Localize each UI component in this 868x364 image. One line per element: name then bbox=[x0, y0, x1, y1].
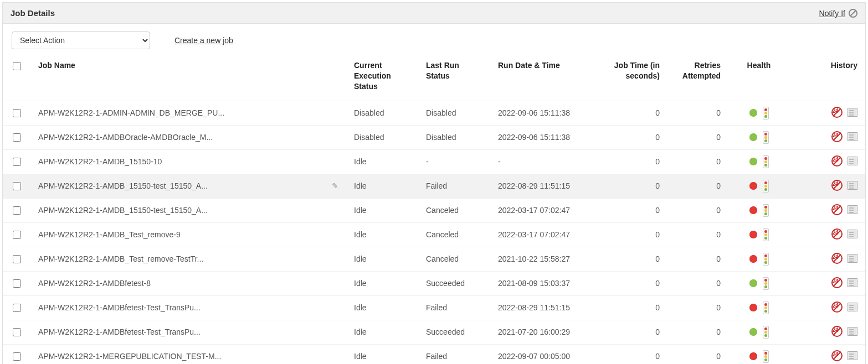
history-24h-icon[interactable]: 24 bbox=[832, 253, 843, 263]
col-retries[interactable]: Retries Attempted bbox=[667, 55, 728, 101]
col-job-time[interactable]: Job Time (in seconds) bbox=[601, 55, 667, 101]
row-checkbox[interactable] bbox=[13, 352, 21, 361]
table-row[interactable]: APM-W2K12R2-1-AMDB_Test_remove-TestTr...… bbox=[3, 247, 865, 271]
history-log-icon[interactable] bbox=[848, 108, 857, 117]
retries: 0 bbox=[716, 230, 721, 239]
traffic-light-icon[interactable] bbox=[763, 277, 769, 290]
row-checkbox[interactable] bbox=[13, 158, 21, 166]
row-checkbox[interactable] bbox=[13, 255, 21, 263]
edit-icon[interactable]: ✎ bbox=[332, 181, 338, 190]
table-row[interactable]: APM-W2K12R2-1-AMDBfetest-Test_TransPu...… bbox=[3, 320, 865, 344]
history-24h-icon[interactable]: 24 bbox=[832, 278, 843, 288]
col-job-name[interactable]: Job Name bbox=[30, 55, 346, 101]
row-checkbox[interactable] bbox=[13, 133, 21, 142]
table-row[interactable]: APM-W2K12R2-1-AMDBfetest-Test_TransPu...… bbox=[3, 295, 865, 320]
exec-status: Idle bbox=[354, 254, 367, 263]
history-log-icon[interactable] bbox=[848, 254, 857, 263]
retries: 0 bbox=[716, 254, 721, 263]
row-checkbox[interactable] bbox=[13, 182, 21, 190]
col-health[interactable]: Health bbox=[728, 55, 789, 101]
exec-status: Idle bbox=[354, 230, 367, 239]
last-run-status: Canceled bbox=[426, 230, 459, 239]
history-24h-icon[interactable]: 24 bbox=[832, 205, 843, 215]
job-name: APM-W2K12R2-1-AMDBfetest-Test_TransPu... bbox=[38, 303, 201, 312]
history-24h-icon[interactable]: 24 bbox=[832, 156, 843, 166]
disable-icon[interactable] bbox=[849, 9, 857, 18]
exec-status: Idle bbox=[354, 303, 367, 312]
exec-status: Idle bbox=[354, 157, 367, 166]
run-date-time: 2022-03-17 07:02:47 bbox=[498, 206, 570, 215]
select-all-checkbox[interactable] bbox=[13, 62, 21, 70]
exec-status: Disabled bbox=[354, 108, 384, 117]
health-indicator-icon bbox=[749, 182, 757, 190]
action-select[interactable]: Select Action bbox=[12, 32, 150, 49]
traffic-light-icon[interactable] bbox=[763, 204, 769, 217]
col-last-status[interactable]: Last Run Status bbox=[418, 55, 490, 101]
row-checkbox[interactable] bbox=[13, 231, 21, 239]
retries: 0 bbox=[716, 352, 721, 361]
traffic-light-icon[interactable] bbox=[763, 228, 769, 241]
job-time: 0 bbox=[655, 303, 660, 312]
traffic-light-icon[interactable] bbox=[763, 180, 769, 193]
history-log-icon[interactable] bbox=[848, 351, 857, 360]
table-row[interactable]: APM-W2K12R2-1-AMDBfetest-8✎IdleSucceeded… bbox=[3, 271, 865, 295]
last-run-status: Failed bbox=[426, 181, 447, 190]
table-row[interactable]: APM-W2K12R2-1-AMDB_15150-10✎Idle--0024 bbox=[3, 149, 865, 174]
row-checkbox[interactable] bbox=[13, 109, 21, 117]
history-log-icon[interactable] bbox=[848, 278, 857, 287]
run-date-time: 2021-07-20 16:00:29 bbox=[498, 327, 570, 336]
row-checkbox[interactable] bbox=[13, 304, 21, 312]
job-name: APM-W2K12R2-1-AMDBOracle-AMDBOracle_M... bbox=[38, 133, 213, 142]
history-24h-icon[interactable]: 24 bbox=[832, 351, 843, 361]
last-run-status: Disabled bbox=[426, 108, 456, 117]
toolbar: Select Action Create a new job bbox=[3, 24, 865, 55]
jobs-table: Job Name Current Execution Status Last R… bbox=[3, 55, 865, 364]
history-24h-icon[interactable]: 24 bbox=[832, 107, 843, 117]
col-history[interactable]: History bbox=[789, 55, 865, 101]
history-log-icon[interactable] bbox=[848, 181, 857, 190]
traffic-light-icon[interactable] bbox=[763, 107, 769, 119]
health-indicator-icon bbox=[749, 133, 757, 141]
history-24h-icon[interactable]: 24 bbox=[832, 326, 843, 336]
traffic-light-icon[interactable] bbox=[763, 253, 769, 266]
run-date-time: 2022-08-29 11:51:15 bbox=[498, 181, 570, 190]
col-exec-status[interactable]: Current Execution Status bbox=[346, 55, 418, 101]
traffic-light-icon[interactable] bbox=[763, 131, 769, 144]
notify-if-group: Notify If bbox=[819, 9, 857, 18]
retries: 0 bbox=[716, 181, 721, 190]
run-date-time: 2022-09-07 00:05:00 bbox=[498, 352, 570, 361]
history-log-icon[interactable] bbox=[848, 157, 857, 165]
traffic-light-icon[interactable] bbox=[763, 301, 769, 314]
history-log-icon[interactable] bbox=[848, 205, 857, 214]
last-run-status: Failed bbox=[426, 303, 447, 312]
job-time: 0 bbox=[655, 133, 660, 142]
job-name: APM-W2K12R2-1-AMDB_Test_remove-TestTr... bbox=[38, 254, 203, 263]
table-row[interactable]: APM-W2K12R2-1-MERGEPUBLICATION_TEST-M...… bbox=[3, 344, 865, 364]
row-checkbox[interactable] bbox=[13, 328, 21, 336]
table-row[interactable]: APM-W2K12R2-1-AMDB_15150-test_15150_A...… bbox=[3, 198, 865, 222]
traffic-light-icon[interactable] bbox=[763, 350, 769, 363]
col-run-date[interactable]: Run Date & Time bbox=[490, 55, 601, 101]
table-row[interactable]: APM-W2K12R2-1-AMDBOracle-AMDBOracle_M...… bbox=[3, 125, 865, 149]
row-checkbox[interactable] bbox=[13, 279, 21, 288]
table-row[interactable]: APM-W2K12R2-1-AMDB_Test_remove-9✎IdleCan… bbox=[3, 222, 865, 247]
history-log-icon[interactable] bbox=[848, 327, 857, 336]
history-24h-icon[interactable]: 24 bbox=[832, 180, 843, 190]
job-name: APM-W2K12R2-1-AMDB_Test_remove-9 bbox=[38, 230, 181, 239]
history-log-icon[interactable] bbox=[848, 132, 857, 141]
history-log-icon[interactable] bbox=[848, 303, 857, 311]
table-row[interactable]: APM-W2K12R2-1-ADMIN-ADMIN_DB_MERGE_PU...… bbox=[3, 101, 865, 125]
panel-header: Job Details Notify If bbox=[3, 3, 865, 24]
table-row[interactable]: APM-W2K12R2-1-AMDB_15150-test_15150_A...… bbox=[3, 174, 865, 198]
job-time: 0 bbox=[655, 327, 660, 336]
create-job-link[interactable]: Create a new job bbox=[174, 36, 233, 45]
row-checkbox[interactable] bbox=[13, 206, 21, 215]
traffic-light-icon[interactable] bbox=[763, 326, 769, 339]
notify-if-link[interactable]: Notify If bbox=[819, 9, 845, 18]
history-log-icon[interactable] bbox=[848, 230, 857, 238]
history-24h-icon[interactable]: 24 bbox=[832, 229, 843, 239]
history-24h-icon[interactable]: 24 bbox=[832, 132, 843, 142]
traffic-light-icon[interactable] bbox=[763, 155, 769, 168]
job-time: 0 bbox=[655, 279, 660, 288]
history-24h-icon[interactable]: 24 bbox=[832, 302, 843, 312]
